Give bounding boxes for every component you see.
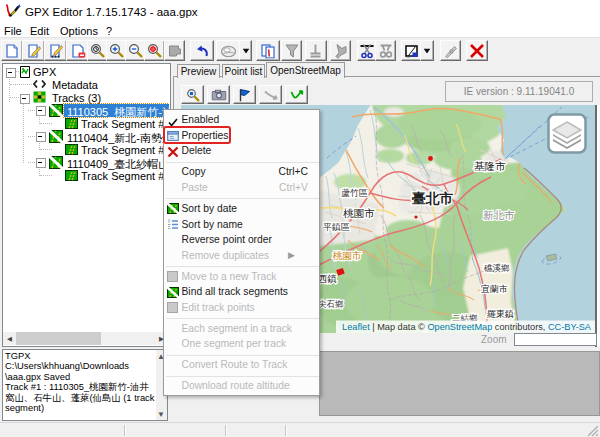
svg-text:尖石鄉: 尖石鄉 bbox=[318, 299, 344, 309]
svg-text:臺北市: 臺北市 bbox=[411, 191, 454, 206]
svg-text:Leaflet | Map data © OpenStree: Leaflet | Map data © OpenStreetMap contr… bbox=[342, 322, 592, 332]
svg-text:羅東鎮: 羅東鎮 bbox=[487, 309, 514, 319]
svg-text:蘆竹區: 蘆竹區 bbox=[341, 188, 368, 198]
svg-text:西鎮: 西鎮 bbox=[318, 273, 337, 284]
svg-text:基隆市: 基隆市 bbox=[474, 160, 506, 172]
svg-text:宜蘭市: 宜蘭市 bbox=[481, 284, 508, 294]
svg-text:桃園市: 桃園市 bbox=[343, 207, 375, 219]
svg-text:平鎮區: 平鎮區 bbox=[323, 222, 350, 232]
svg-text:礁溪鄉: 礁溪鄉 bbox=[483, 263, 510, 273]
svg-text:新北市: 新北市 bbox=[483, 209, 515, 221]
svg-text:桃園市: 桃園市 bbox=[332, 250, 362, 261]
